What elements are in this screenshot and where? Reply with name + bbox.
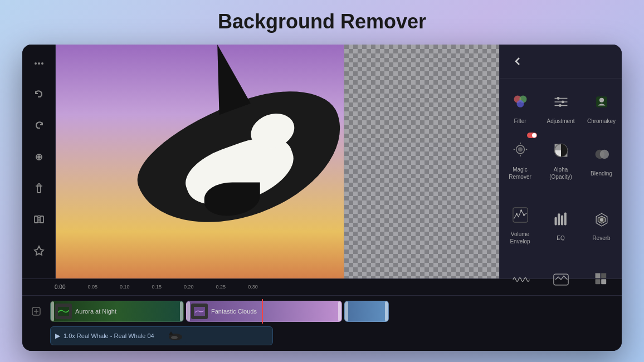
panel-grid-2: VolumeEnvelop EQ bbox=[500, 192, 622, 256]
more-options-icon[interactable] bbox=[29, 53, 49, 74]
svg-point-33 bbox=[520, 209, 522, 211]
blending-label: Blending bbox=[591, 170, 612, 177]
svg-point-2 bbox=[41, 62, 43, 65]
panel-item-chromakey[interactable]: Chromakey bbox=[581, 83, 622, 131]
right-panel: Filter Adjustment bbox=[499, 45, 622, 278]
panel-item-eq[interactable]: EQ bbox=[540, 196, 581, 252]
play-icon: ▶ bbox=[55, 332, 60, 340]
panel-item-adjustment[interactable]: Adjustment bbox=[540, 83, 581, 131]
back-button[interactable] bbox=[509, 52, 526, 70]
filter-label: Filter bbox=[514, 118, 526, 125]
clip-handle-right-aurora[interactable] bbox=[180, 301, 183, 321]
svg-rect-36 bbox=[558, 213, 560, 225]
timecode-2: 0:05 bbox=[87, 284, 97, 290]
audio-label: 1.0x Real Whale - Real Whale 04 bbox=[64, 332, 154, 339]
clip-handle-right-fantastic[interactable] bbox=[338, 301, 341, 321]
svg-rect-31 bbox=[513, 208, 527, 222]
svg-point-0 bbox=[35, 62, 37, 65]
timecode-5: 0:20 bbox=[184, 284, 194, 290]
chromakey-label: Chromakey bbox=[587, 118, 616, 125]
panel-item-blending[interactable]: Blending bbox=[581, 131, 622, 187]
svg-point-15 bbox=[561, 101, 564, 104]
timecode-3: 0:10 bbox=[120, 284, 130, 290]
timeline-area: 0:00 0:05 0:10 0:15 0:20 0:25 0:30 bbox=[22, 278, 622, 351]
volume-label: VolumeEnvelop bbox=[510, 231, 530, 245]
fantastic-label: Fantastic Clouds bbox=[211, 308, 257, 315]
video-track-row: 0:16:789 Aurora at Night bbox=[22, 299, 622, 324]
track-add-btn[interactable] bbox=[22, 306, 50, 317]
page-title: Background Remover bbox=[218, 10, 426, 33]
svg-point-30 bbox=[599, 149, 608, 158]
timecode: 0:00 bbox=[55, 284, 65, 290]
eq-label: EQ bbox=[557, 234, 564, 242]
panel-item-magic-remover[interactable]: MagicRemover bbox=[500, 131, 540, 187]
magic-remover-toggle[interactable] bbox=[527, 133, 537, 138]
svg-point-10 bbox=[516, 100, 524, 107]
svg-point-1 bbox=[38, 62, 40, 65]
timecode-7: 0:30 bbox=[248, 284, 258, 290]
clip-handle-left-fantastic[interactable] bbox=[187, 301, 190, 321]
aurora-label: Aurora at Night bbox=[75, 308, 116, 315]
timeline-tracks: 0:16:789 Aurora at Night bbox=[22, 296, 622, 351]
alpha-icon bbox=[549, 138, 573, 163]
svg-point-16 bbox=[558, 104, 561, 107]
keyframe-icon[interactable] bbox=[29, 147, 49, 167]
pin-icon[interactable] bbox=[29, 241, 49, 261]
adjustment-label: Adjustment bbox=[547, 118, 574, 125]
svg-point-4 bbox=[38, 156, 40, 158]
clip-third[interactable] bbox=[344, 301, 389, 322]
timeline-header: 0:00 0:05 0:10 0:15 0:20 0:25 0:30 bbox=[22, 279, 622, 296]
svg-point-32 bbox=[515, 213, 517, 215]
delete-icon[interactable] bbox=[29, 178, 49, 198]
panel-header bbox=[500, 45, 622, 79]
svg-rect-35 bbox=[554, 217, 557, 225]
clip-fantastic[interactable]: Fantastic Clouds bbox=[186, 301, 342, 322]
filter-icon bbox=[508, 90, 533, 114]
panel-item-filter[interactable]: Filter bbox=[500, 83, 540, 131]
reverb-label: Reverb bbox=[592, 234, 610, 242]
clip-thumbnail-fantastic bbox=[191, 304, 208, 319]
top-area: Filter Adjustment bbox=[22, 45, 622, 278]
clip-aurora[interactable]: Aurora at Night bbox=[50, 301, 184, 322]
svg-rect-41 bbox=[595, 273, 600, 278]
svg-point-20 bbox=[518, 147, 522, 151]
clip-handle-left[interactable] bbox=[51, 301, 54, 321]
blending-icon bbox=[589, 142, 614, 167]
svg-point-52 bbox=[171, 336, 178, 339]
panel-grid: Filter Adjustment bbox=[500, 79, 622, 192]
panel-item-alpha[interactable]: Alpha(Opacity) bbox=[540, 131, 581, 187]
eq-icon bbox=[549, 207, 573, 231]
split-icon[interactable] bbox=[29, 209, 49, 229]
svg-rect-42 bbox=[601, 273, 606, 278]
svg-rect-37 bbox=[561, 215, 563, 225]
audio-track-row: ▶ 1.0x Real Whale - Real Whale 04 bbox=[22, 325, 622, 347]
svg-rect-38 bbox=[564, 212, 566, 225]
adjustment-icon bbox=[549, 90, 573, 114]
clip-handle-right-third[interactable] bbox=[385, 301, 388, 321]
svg-point-39 bbox=[600, 218, 603, 221]
magic-remover-icon bbox=[508, 138, 533, 163]
alpha-label: Alpha(Opacity) bbox=[549, 166, 572, 180]
svg-rect-6 bbox=[40, 216, 43, 223]
redo-icon[interactable] bbox=[29, 116, 49, 136]
svg-point-14 bbox=[557, 97, 559, 100]
panel-item-volume[interactable]: VolumeEnvelop bbox=[500, 196, 540, 252]
left-sidebar bbox=[22, 45, 56, 278]
svg-point-34 bbox=[523, 214, 524, 216]
playhead[interactable]: 0:16:789 bbox=[262, 299, 263, 324]
panel-item-reverb[interactable]: Reverb bbox=[581, 196, 622, 252]
clip-handle-left-third[interactable] bbox=[345, 301, 348, 321]
timecode-6: 0:25 bbox=[216, 284, 226, 290]
app-container: Filter Adjustment bbox=[22, 45, 622, 351]
volume-envelop-icon bbox=[508, 203, 533, 227]
chromakey-icon bbox=[589, 90, 614, 114]
svg-point-18 bbox=[599, 98, 603, 102]
magic-remover-label: MagicRemover bbox=[509, 166, 531, 180]
timecode-4: 0:15 bbox=[152, 284, 162, 290]
clip-thumbnail bbox=[55, 304, 72, 319]
undo-icon[interactable] bbox=[29, 85, 49, 105]
whale-thumbnail bbox=[159, 329, 187, 343]
audio-clip-whale[interactable]: ▶ 1.0x Real Whale - Real Whale 04 bbox=[50, 326, 273, 345]
reverb-icon bbox=[589, 207, 614, 231]
canvas-area bbox=[56, 45, 499, 278]
